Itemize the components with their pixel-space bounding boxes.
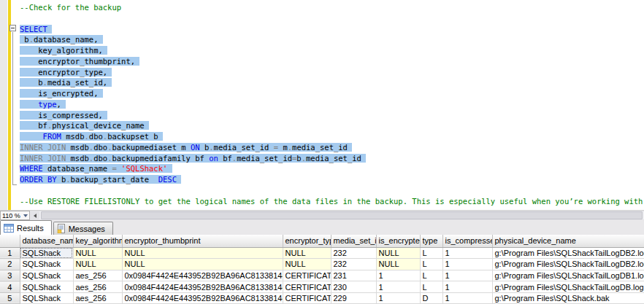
grid-row-number[interactable]: 2 xyxy=(0,259,20,270)
code-line[interactable]: encryptor_type, xyxy=(20,67,643,78)
grid-cell[interactable]: 231 xyxy=(331,270,376,281)
grid-cell[interactable]: 1 xyxy=(442,270,492,281)
grid-header-cell[interactable]: media_set_id xyxy=(331,235,376,247)
grid-cell[interactable]: SQLShack xyxy=(20,270,73,281)
h-scrollbar-track[interactable] xyxy=(39,211,644,219)
code-line[interactable]: INNER JOIN msdb.dbo.backupmediaset m ON … xyxy=(20,142,643,153)
grid-cell[interactable]: 0x0984F4424E443952B92BA96AC81338144D9F39… xyxy=(122,270,283,281)
collapse-region-icon[interactable] xyxy=(9,25,16,31)
code-line[interactable]: INNER JOIN msdb.dbo.backupmediafamily bf… xyxy=(20,153,643,164)
grid-cell[interactable]: SQLShack xyxy=(20,292,73,304)
grid-cell[interactable]: L xyxy=(420,247,442,259)
grid-header-cell[interactable]: is_encrypted xyxy=(376,235,420,247)
code-line[interactable]: ORDER BY b.backup_start_date DESC xyxy=(20,174,643,185)
grid-cell[interactable]: CERTIFICATE xyxy=(283,270,331,281)
grid-cell[interactable]: SQLShack xyxy=(20,259,73,270)
grid-cell[interactable]: g:\Program Files\SQLShack.bak xyxy=(492,292,644,304)
grid-cell[interactable]: NULL xyxy=(122,259,283,270)
code-line[interactable]: b.media_set_id, xyxy=(20,77,643,88)
tab-results[interactable]: Results xyxy=(0,220,52,235)
selected-text: INNER JOIN msdb.dbo.backupmediafamily bf… xyxy=(20,154,366,163)
grid-cell[interactable]: NULL xyxy=(376,259,420,270)
code-token: --Use RESTORE FILELISTONLY to get the lo… xyxy=(20,197,643,206)
code-token: ORDER BY xyxy=(20,175,57,184)
grid-cell[interactable]: 230 xyxy=(331,281,376,293)
grid-cell[interactable]: NULL xyxy=(73,259,122,270)
zoom-level-combo[interactable]: 110 % xyxy=(0,211,30,220)
grid-cell[interactable]: g:\Program Files\SQLShackTailLogDB.log xyxy=(492,281,644,293)
code-token: media_set_id xyxy=(292,143,348,152)
grid-cell[interactable]: g:\Program Files\SQLShackTailLogDB1.log xyxy=(492,270,644,281)
grid-cell[interactable]: 232 xyxy=(331,259,376,270)
grid-row-number[interactable]: 1 xyxy=(0,247,20,259)
grid-cell[interactable]: aes_256 xyxy=(73,270,122,281)
grid-header-cell[interactable]: encryptor_thumbprint xyxy=(122,235,283,247)
grid-cell[interactable]: 1 xyxy=(376,270,420,281)
grid-cell[interactable]: SQLShack xyxy=(20,281,73,293)
code-line[interactable]: --Use RESTORE FILELISTONLY to get the lo… xyxy=(20,196,643,207)
code-line[interactable]: --Check for the backup xyxy=(20,2,643,13)
grid-cell[interactable]: g:\Program Files\SQLShackTailLogDB2.log xyxy=(492,247,644,259)
grid-row-number[interactable]: 4 xyxy=(0,281,20,293)
grid-cell[interactable]: 1 xyxy=(442,281,492,293)
grid-cell[interactable]: aes_256 xyxy=(73,281,122,293)
code-area[interactable]: --Check for the backup SELECT b.database… xyxy=(20,2,643,206)
grid-header-cell[interactable]: database_name xyxy=(20,235,73,247)
code-line[interactable]: is_encrypted, xyxy=(20,88,643,99)
grid-header-cell[interactable]: is_compressed xyxy=(442,235,492,247)
grid-cell[interactable]: aes_256 xyxy=(73,292,122,304)
grid-cell[interactable]: L xyxy=(420,281,442,293)
table-row: 5SQLShackaes_2560x0984F4424E443952B92BA9… xyxy=(0,292,644,304)
selected-text: bf.physical_device_name xyxy=(20,121,149,130)
grid-corner-cell[interactable] xyxy=(0,235,20,247)
code-token: INNER JOIN xyxy=(20,154,66,163)
grid-row-number[interactable]: 3 xyxy=(0,270,20,281)
code-line[interactable]: encryptor_thumbprint, xyxy=(20,56,643,67)
grid-cell[interactable]: 1 xyxy=(376,281,420,293)
code-line[interactable]: is_compressed, xyxy=(20,110,643,121)
grid-cell[interactable]: NULL xyxy=(283,259,331,270)
minus-glyph xyxy=(11,28,15,28)
grid-cell[interactable]: CERTIFICATE xyxy=(283,281,331,293)
grid-cell[interactable]: 0x0984F4424E443952B92BA96AC81338144D9F39… xyxy=(122,281,283,293)
code-line[interactable] xyxy=(20,185,643,196)
grid-row-number[interactable]: 5 xyxy=(0,292,20,304)
code-token: dbo xyxy=(93,154,107,163)
code-line[interactable]: type, xyxy=(20,99,643,110)
tab-messages[interactable]: Messages xyxy=(53,222,113,235)
grid-cell[interactable]: SQLShack xyxy=(20,247,73,259)
scroll-left-button[interactable] xyxy=(30,211,39,220)
grid-cell[interactable]: 232 xyxy=(331,247,376,259)
code-line[interactable]: WHERE database_name = 'SQLShack' xyxy=(20,163,643,174)
code-line[interactable]: b.database_name, xyxy=(20,34,643,45)
grid-cell[interactable]: D xyxy=(420,292,442,304)
grid-cell[interactable]: NULL xyxy=(73,247,122,259)
grid-cell[interactable]: NULL xyxy=(283,247,331,259)
grid-cell[interactable]: 1 xyxy=(442,259,492,270)
grid-cell[interactable]: 1 xyxy=(442,292,492,304)
grid-cell[interactable]: CERTIFICATE xyxy=(283,292,331,304)
grid-header-cell[interactable]: type xyxy=(420,235,442,247)
sql-editor[interactable]: --Check for the backup SELECT b.database… xyxy=(0,0,644,210)
grid-cell[interactable]: 0x0984F4424E443952B92BA96AC81338144D9F39… xyxy=(122,292,283,304)
grid-cell[interactable]: 1 xyxy=(442,247,492,259)
grid-header-cell[interactable]: encryptor_type xyxy=(283,235,331,247)
code-line[interactable]: key_algorithm, xyxy=(20,45,643,56)
code-line[interactable] xyxy=(20,13,643,24)
code-line[interactable]: bf.physical_device_name xyxy=(20,120,643,131)
h-scrollbar-thumb[interactable] xyxy=(41,211,643,219)
code-line[interactable]: FROM msdb.dbo.backupset b xyxy=(20,131,643,142)
chevron-down-icon xyxy=(23,214,28,217)
grid-cell[interactable]: g:\Program Files\SQLShackTailLogDB2.log xyxy=(492,259,644,270)
code-token: b xyxy=(57,175,66,184)
code-line[interactable]: SELECT xyxy=(20,24,643,35)
grid-cell[interactable]: L xyxy=(420,259,442,270)
grid-cell[interactable]: NULL xyxy=(122,247,283,259)
grid-header-cell[interactable]: key_algorithm xyxy=(73,235,122,247)
grid-cell[interactable]: L xyxy=(420,270,442,281)
grid-cell[interactable]: 1 xyxy=(376,292,420,304)
grid-cell[interactable]: 229 xyxy=(331,292,376,304)
grid-header-cell[interactable]: physical_device_name xyxy=(492,235,644,247)
grid-cell[interactable]: NULL xyxy=(376,247,420,259)
results-grid-icon xyxy=(4,224,14,233)
